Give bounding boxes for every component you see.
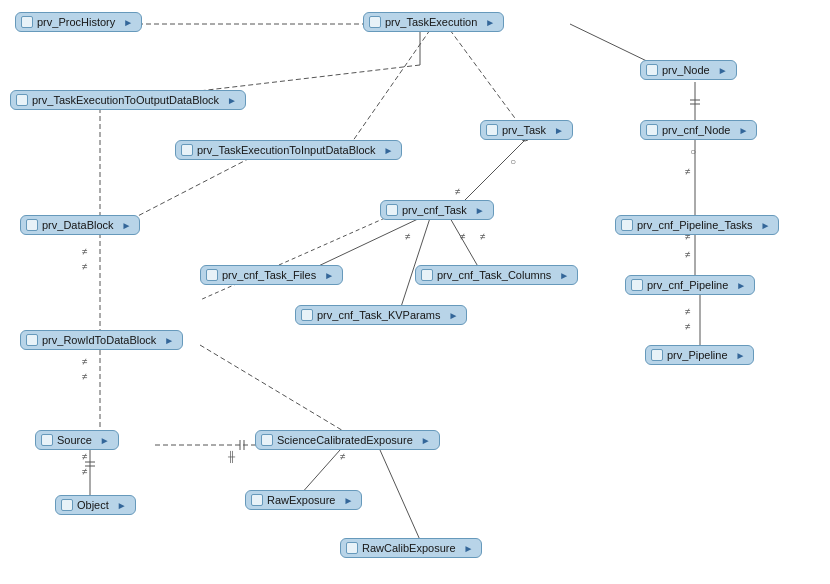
entity-prv-task[interactable]: prv_Task ► xyxy=(480,120,573,140)
entity-label: prv_TaskExecution xyxy=(385,16,477,28)
entity-source[interactable]: Source ► xyxy=(35,430,119,450)
entity-label: ScienceCalibratedExposure xyxy=(277,434,413,446)
svg-text:≠: ≠ xyxy=(685,249,691,260)
entity-label: RawCalibExposure xyxy=(362,542,456,554)
entity-prv-taskexecution-output[interactable]: prv_TaskExecutionToOutputDataBlock ► xyxy=(10,90,246,110)
entity-icon xyxy=(26,219,38,231)
svg-line-4 xyxy=(570,24,655,65)
entity-label: prv_cnf_Task_Files xyxy=(222,269,316,281)
entity-icon xyxy=(486,124,498,136)
entity-prv-taskexecution[interactable]: prv_TaskExecution ► xyxy=(363,12,504,32)
entity-icon xyxy=(621,219,633,231)
entity-sciencecalibratedexposure[interactable]: ScienceCalibratedExposure ► xyxy=(255,430,440,450)
entity-prv-cnf-task[interactable]: prv_cnf_Task ► xyxy=(380,200,494,220)
entity-prv-rowidtodatablock[interactable]: prv_RowIdToDataBlock ► xyxy=(20,330,183,350)
entity-icon xyxy=(206,269,218,281)
entity-icon xyxy=(346,542,358,554)
entity-label: prv_ProcHistory xyxy=(37,16,115,28)
entity-nav-arrow: ► xyxy=(164,335,174,346)
svg-text:○: ○ xyxy=(690,146,696,157)
entity-nav-arrow: ► xyxy=(761,220,771,231)
entity-prv-node[interactable]: prv_Node ► xyxy=(640,60,737,80)
entity-prv-cnf-pipeline[interactable]: prv_cnf_Pipeline ► xyxy=(625,275,755,295)
entity-icon xyxy=(181,144,193,156)
entity-label: Source xyxy=(57,434,92,446)
entity-prv-taskexecution-input[interactable]: prv_TaskExecutionToInputDataBlock ► xyxy=(175,140,402,160)
entity-nav-arrow: ► xyxy=(736,280,746,291)
svg-line-15 xyxy=(450,218,480,270)
entity-label: prv_DataBlock xyxy=(42,219,114,231)
entity-prv-datablock[interactable]: prv_DataBlock ► xyxy=(20,215,140,235)
entity-nav-arrow: ► xyxy=(384,145,394,156)
entity-nav-arrow: ► xyxy=(100,435,110,446)
entity-nav-arrow: ► xyxy=(449,310,459,321)
entity-label: prv_cnf_Task_Columns xyxy=(437,269,551,281)
entity-prv-prochistory[interactable]: prv_ProcHistory ► xyxy=(15,12,142,32)
svg-text:≠: ≠ xyxy=(82,356,88,367)
entity-label: prv_cnf_Task_KVParams xyxy=(317,309,441,321)
svg-text:≠: ≠ xyxy=(480,231,486,242)
svg-text:≠: ≠ xyxy=(460,231,466,242)
entity-prv-cnf-task-kvparams[interactable]: prv_cnf_Task_KVParams ► xyxy=(295,305,467,325)
entity-nav-arrow: ► xyxy=(123,17,133,28)
svg-text:≠: ≠ xyxy=(685,166,691,177)
svg-text:≠: ≠ xyxy=(82,371,88,382)
entity-nav-arrow: ► xyxy=(343,495,353,506)
entity-label: prv_cnf_Node xyxy=(662,124,731,136)
svg-line-3 xyxy=(450,30,520,125)
entity-prv-cnf-task-columns[interactable]: prv_cnf_Task_Columns ► xyxy=(415,265,578,285)
entity-rawexposure[interactable]: RawExposure ► xyxy=(245,490,362,510)
svg-text:≠: ≠ xyxy=(82,466,88,477)
entity-label: RawExposure xyxy=(267,494,335,506)
entity-icon xyxy=(646,124,658,136)
entity-icon xyxy=(369,16,381,28)
entity-prv-cnf-node[interactable]: prv_cnf_Node ► xyxy=(640,120,757,140)
entity-label: prv_cnf_Task xyxy=(402,204,467,216)
entity-nav-arrow: ► xyxy=(739,125,749,136)
svg-text:≠: ≠ xyxy=(82,261,88,272)
entity-label: prv_cnf_Pipeline xyxy=(647,279,728,291)
entity-icon xyxy=(261,434,273,446)
entity-nav-arrow: ► xyxy=(736,350,746,361)
entity-label: prv_RowIdToDataBlock xyxy=(42,334,156,346)
entity-rawcalibexposure[interactable]: RawCalibExposure ► xyxy=(340,538,482,558)
svg-line-36 xyxy=(200,218,385,300)
svg-text:≠: ≠ xyxy=(685,306,691,317)
entity-icon xyxy=(26,334,38,346)
entity-nav-arrow: ► xyxy=(122,220,132,231)
svg-line-28 xyxy=(300,450,340,495)
diagram-container: ○ ≠ ≠ ≠ ≠ ○ ≠ ≠ ≠ ≠ ≠ ≠ ≠ ≠ ≠ ≠ ≠ ╫ ≠ pr… xyxy=(0,0,830,584)
entity-icon xyxy=(301,309,313,321)
svg-line-21 xyxy=(200,345,350,435)
entity-icon xyxy=(21,16,33,28)
entity-label: prv_TaskExecutionToInputDataBlock xyxy=(197,144,376,156)
entity-prv-cnf-task-files[interactable]: prv_cnf_Task_Files ► xyxy=(200,265,343,285)
entity-icon xyxy=(41,434,53,446)
svg-text:○: ○ xyxy=(510,156,516,167)
svg-text:≠: ≠ xyxy=(685,321,691,332)
entity-label: prv_Pipeline xyxy=(667,349,728,361)
svg-text:≠: ≠ xyxy=(82,246,88,257)
entity-nav-arrow: ► xyxy=(324,270,334,281)
svg-line-5 xyxy=(350,30,430,145)
entity-nav-arrow: ► xyxy=(718,65,728,76)
svg-text:≠: ≠ xyxy=(455,186,461,197)
entity-label: Object xyxy=(77,499,109,511)
entity-nav-arrow: ► xyxy=(421,435,431,446)
entity-nav-arrow: ► xyxy=(475,205,485,216)
svg-text:≠: ≠ xyxy=(82,451,88,462)
svg-text:≠: ≠ xyxy=(340,451,346,462)
entity-object[interactable]: Object ► xyxy=(55,495,136,515)
svg-text:≠: ≠ xyxy=(405,231,411,242)
svg-line-29 xyxy=(380,450,420,540)
entity-icon xyxy=(631,279,643,291)
svg-text:╫: ╫ xyxy=(227,450,236,464)
entity-icon xyxy=(651,349,663,361)
svg-line-10 xyxy=(130,158,250,220)
entity-icon xyxy=(421,269,433,281)
svg-line-11 xyxy=(460,140,525,205)
entity-nav-arrow: ► xyxy=(559,270,569,281)
entity-prv-cnf-pipeline-tasks[interactable]: prv_cnf_Pipeline_Tasks ► xyxy=(615,215,779,235)
entity-label: prv_TaskExecutionToOutputDataBlock xyxy=(32,94,219,106)
entity-prv-pipeline[interactable]: prv_Pipeline ► xyxy=(645,345,754,365)
